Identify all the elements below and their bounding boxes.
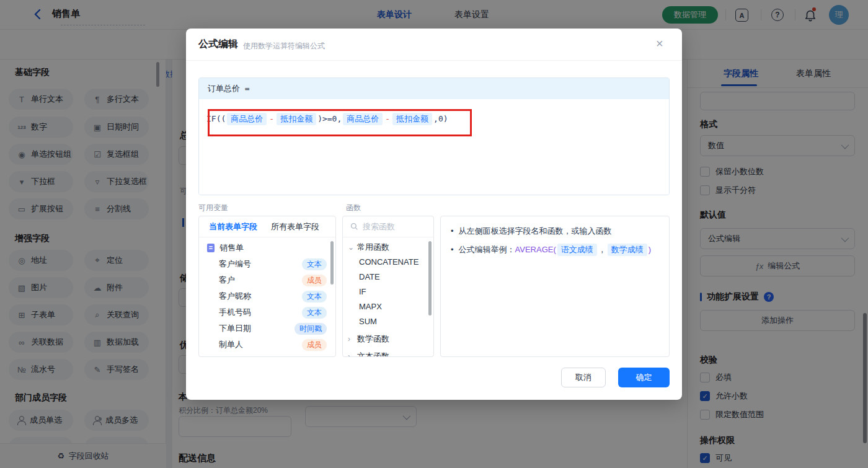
function-item[interactable]: MAPX	[343, 299, 433, 314]
hint-line-2: • 公式编辑举例：AVERAGE(语文成绩，数学成绩)	[451, 244, 659, 256]
variable-row[interactable]: 客户成员	[199, 272, 335, 288]
search-icon	[350, 223, 358, 231]
field-chip[interactable]: 商品总价	[343, 113, 383, 125]
type-badge: 文本	[302, 258, 327, 270]
chevron-expanded-icon: ⌄	[348, 243, 354, 252]
variables-tabs: 当前表单字段 所有表单字段	[199, 216, 335, 237]
type-badge: 文本	[302, 291, 327, 302]
variable-row[interactable]: 制单人成员	[199, 337, 335, 353]
function-item[interactable]: CONCATENATE	[343, 255, 433, 270]
formula-target: 订单总价 =	[199, 78, 669, 99]
type-badge: 成员	[302, 339, 327, 351]
formula-editor-box: 订单总价 = IF((商品总价-抵扣金额)>=0,商品总价-抵扣金额,0)	[198, 77, 670, 195]
example-chip: 语文成绩	[557, 244, 597, 256]
document-icon	[206, 244, 215, 252]
tab-all-form-fields[interactable]: 所有表单字段	[271, 221, 319, 232]
function-item[interactable]: SUM	[343, 314, 433, 329]
functions-panel: ⌄ 常用函数 CONCATENATE DATE IF MAPX SUM › 数学…	[342, 216, 434, 357]
variables-scrollbar[interactable]	[330, 241, 334, 285]
modal-title: 公式编辑	[198, 38, 238, 51]
group-text-functions[interactable]: › 文本函数	[343, 348, 433, 357]
variable-row[interactable]: 下单日期时间戳	[199, 320, 335, 337]
form-tree-root[interactable]: 销售单	[199, 240, 335, 256]
variable-row[interactable]: 客户编号文本	[199, 256, 335, 272]
functions-label: 函数	[346, 203, 361, 213]
chevron-collapsed-icon: ›	[348, 352, 354, 358]
functions-scrollbar[interactable]	[428, 241, 432, 316]
type-badge: 成员	[302, 275, 327, 286]
formula-editor-modal: 公式编辑 使用数学运算符编辑公式 × 订单总价 = IF((商品总价-抵扣金额)…	[186, 29, 682, 400]
example-chip: 数学成绩	[608, 244, 647, 256]
variables-panel: 当前表单字段 所有表单字段 销售单 客户编号文本 客户成员 客户昵称文本 手机号…	[198, 216, 336, 357]
cancel-button[interactable]: 取消	[561, 368, 606, 387]
divider	[186, 60, 682, 61]
variables-label: 可用变量	[198, 203, 228, 213]
group-math-functions[interactable]: › 数学函数	[343, 331, 433, 347]
close-icon[interactable]: ×	[656, 37, 663, 50]
function-search-input[interactable]	[363, 222, 422, 231]
formula-input-area[interactable]: IF((商品总价-抵扣金额)>=0,商品总价-抵扣金额,0)	[199, 99, 669, 195]
hints-panel: • 从左侧面板选择字段名和函数，或输入函数 • 公式编辑举例：AVERAGE(语…	[440, 216, 670, 357]
field-chip[interactable]: 抵扣金额	[392, 113, 432, 125]
confirm-button[interactable]: 确定	[618, 368, 670, 387]
field-chip[interactable]: 商品总价	[227, 113, 267, 125]
function-item[interactable]: DATE	[343, 270, 433, 285]
type-badge: 时间戳	[294, 323, 327, 335]
hint-line-1: • 从左侧面板选择字段名和函数，或输入函数	[451, 225, 659, 237]
modal-subtitle: 使用数学运算符编辑公式	[243, 41, 325, 51]
chevron-collapsed-icon: ›	[348, 335, 354, 343]
field-chip[interactable]: 抵扣金额	[277, 113, 316, 125]
tab-current-form-fields[interactable]: 当前表单字段	[209, 221, 257, 232]
function-name: AVERAGE(	[515, 245, 556, 254]
variable-row[interactable]: 手机号码文本	[199, 304, 335, 320]
app: 销售单 表单设计 表单设置 数据管理 A ? 理 表单外链 后端脚本 数据权限 …	[0, 0, 868, 468]
type-badge: 文本	[302, 307, 327, 319]
formula-expression[interactable]: IF((商品总价-抵扣金额)>=0,商品总价-抵扣金额,0)	[206, 113, 448, 125]
variable-row[interactable]: 客户昵称文本	[199, 288, 335, 304]
function-search[interactable]	[343, 216, 433, 237]
function-item[interactable]: IF	[343, 285, 433, 299]
group-common-functions[interactable]: ⌄ 常用函数	[343, 239, 433, 255]
